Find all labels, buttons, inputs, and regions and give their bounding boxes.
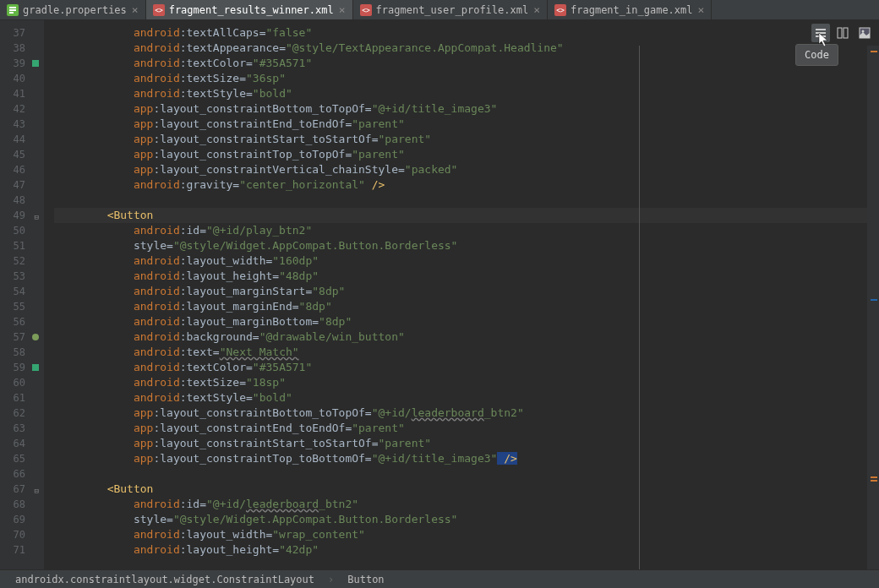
- svg-rect-2: [9, 9, 16, 11]
- close-icon[interactable]: ×: [132, 3, 139, 16]
- breadcrumb-item[interactable]: androidx.constraintlayout.widget.Constra…: [8, 574, 321, 585]
- svg-rect-3: [9, 12, 14, 14]
- right-margin-line: [639, 46, 640, 569]
- line-number: 45: [0, 147, 44, 162]
- line-number: 61: [0, 390, 44, 406]
- code-line[interactable]: app:layout_constraintStart_toStartOf="pa…: [54, 132, 879, 147]
- line-number: 68: [0, 497, 44, 512]
- line-number: 39: [0, 56, 44, 71]
- line-number: 51: [0, 238, 44, 253]
- code-line[interactable]: android:textColor="#35A571": [54, 56, 879, 71]
- line-number: 67⊟: [0, 482, 44, 497]
- code-line[interactable]: android:textAllCaps="false": [54, 25, 879, 41]
- code-line[interactable]: app:layout_constraintStart_toStartOf="pa…: [54, 436, 879, 451]
- line-number: 40: [0, 71, 44, 86]
- fold-icon[interactable]: ⊟: [32, 483, 39, 490]
- line-number: 48: [0, 193, 44, 208]
- editor-area: 37383940414243444546474849⊟5051525354555…: [0, 20, 879, 569]
- minimap-marker: [871, 299, 877, 301]
- file-icon: [7, 4, 19, 16]
- breadcrumb-item[interactable]: Button: [341, 574, 390, 585]
- code-line[interactable]: android:layout_width="160dp": [54, 253, 879, 269]
- line-number: 69: [0, 512, 44, 527]
- code-line[interactable]: android:layout_height="48dp": [54, 269, 879, 284]
- minimap[interactable]: [867, 46, 879, 569]
- line-number: 44: [0, 132, 44, 147]
- editor-tabs: gradle.properties×<>fragment_results_win…: [0, 0, 879, 20]
- line-number: 66: [0, 466, 44, 482]
- breadcrumb[interactable]: androidx.constraintlayout.widget.Constra…: [0, 569, 879, 588]
- code-line[interactable]: app:layout_constraintEnd_toEndOf="parent…: [54, 421, 879, 436]
- line-number: 60: [0, 375, 44, 390]
- code-line[interactable]: <Button: [54, 482, 879, 497]
- code-line[interactable]: app:layout_constraintBottom_toTopOf="@+i…: [54, 101, 879, 117]
- tab-label: fragment_in_game.xml: [571, 4, 693, 16]
- line-number: 62: [0, 406, 44, 421]
- file-icon: <>: [554, 4, 566, 16]
- code-line[interactable]: android:id="@+id/play_btn2": [54, 223, 879, 238]
- line-number: 46: [0, 162, 44, 177]
- svg-rect-1: [9, 7, 16, 8]
- tab-gradle.properties[interactable]: gradle.properties×: [0, 0, 146, 19]
- code-line[interactable]: android:textAppearance="@style/TextAppea…: [54, 41, 879, 56]
- line-number: 49⊟: [0, 208, 44, 223]
- line-number: 38: [0, 41, 44, 56]
- code-line[interactable]: app:layout_constraintVertical_chainStyle…: [54, 162, 879, 177]
- line-number: 52: [0, 253, 44, 269]
- code-area[interactable]: android:textAllCaps="false" android:text…: [44, 20, 879, 569]
- svg-text:<>: <>: [155, 7, 163, 14]
- code-line[interactable]: app:layout_constraintBottom_toTopOf="@+i…: [54, 406, 879, 421]
- fold-icon[interactable]: ⊟: [32, 210, 39, 216]
- line-number: 64: [0, 436, 44, 451]
- code-line[interactable]: android:layout_marginEnd="8dp": [54, 299, 879, 314]
- tab-label: fragment_results_winner.xml: [169, 4, 334, 16]
- tab-label: fragment_user_profile.xml: [376, 4, 529, 16]
- close-icon[interactable]: ×: [533, 3, 540, 16]
- line-number: 59: [0, 360, 44, 375]
- code-line[interactable]: android:background="@drawable/win_button…: [54, 329, 879, 345]
- code-line[interactable]: <Button: [54, 208, 879, 223]
- line-number: 63: [0, 421, 44, 436]
- code-line[interactable]: app:layout_constraintTop_toTopOf="parent…: [54, 147, 879, 162]
- code-line[interactable]: android:textStyle="bold": [54, 86, 879, 101]
- line-number: 42: [0, 101, 44, 117]
- code-line[interactable]: android:layout_height="42dp": [54, 542, 879, 558]
- code-line[interactable]: [54, 466, 879, 482]
- color-swatch-icon: [32, 60, 39, 67]
- code-line[interactable]: android:layout_width="wrap_content": [54, 527, 879, 542]
- line-number: 65: [0, 451, 44, 466]
- code-line[interactable]: android:id="@+id/leaderboard_btn2": [54, 497, 879, 512]
- tab-fragment_user_profile.xml[interactable]: <>fragment_user_profile.xml×: [353, 0, 548, 19]
- code-line[interactable]: android:gravity="center_horizontal" />: [54, 177, 879, 193]
- breadcrumb-separator: ›: [321, 574, 341, 585]
- code-line[interactable]: android:textSize="18sp": [54, 375, 879, 390]
- code-line[interactable]: app:layout_constraintEnd_toEndOf="parent…: [54, 117, 879, 132]
- code-line[interactable]: android:layout_marginStart="8dp": [54, 284, 879, 299]
- svg-text:<>: <>: [556, 7, 565, 14]
- code-line[interactable]: [54, 193, 879, 208]
- line-number: 41: [0, 86, 44, 101]
- code-line[interactable]: style="@style/Widget.AppCompat.Button.Bo…: [54, 238, 879, 253]
- tab-fragment_in_game.xml[interactable]: <>fragment_in_game.xml×: [548, 0, 712, 19]
- line-number: 54: [0, 284, 44, 299]
- line-number: 50: [0, 223, 44, 238]
- code-line[interactable]: style="@style/Widget.AppCompat.Button.Bo…: [54, 512, 879, 527]
- line-number: 37: [0, 25, 44, 41]
- code-line[interactable]: android:textStyle="bold": [54, 390, 879, 406]
- close-icon[interactable]: ×: [339, 3, 346, 16]
- code-line[interactable]: android:text="Next Match": [54, 345, 879, 360]
- tab-fragment_results_winner.xml[interactable]: <>fragment_results_winner.xml×: [146, 0, 353, 19]
- minimap-marker: [871, 480, 877, 482]
- file-icon: <>: [360, 4, 372, 16]
- gutter: 37383940414243444546474849⊟5051525354555…: [0, 20, 44, 569]
- code-line[interactable]: android:textColor="#35A571": [54, 360, 879, 375]
- line-number: 57: [0, 329, 44, 345]
- code-line[interactable]: app:layout_constraintTop_toBottomOf="@+i…: [54, 451, 879, 466]
- line-number: 43: [0, 117, 44, 132]
- minimap-marker: [871, 51, 877, 52]
- line-number: 56: [0, 314, 44, 329]
- code-line[interactable]: android:layout_marginBottom="8dp": [54, 314, 879, 329]
- code-line[interactable]: android:textSize="36sp": [54, 71, 879, 86]
- svg-text:<>: <>: [362, 7, 370, 14]
- close-icon[interactable]: ×: [698, 3, 705, 16]
